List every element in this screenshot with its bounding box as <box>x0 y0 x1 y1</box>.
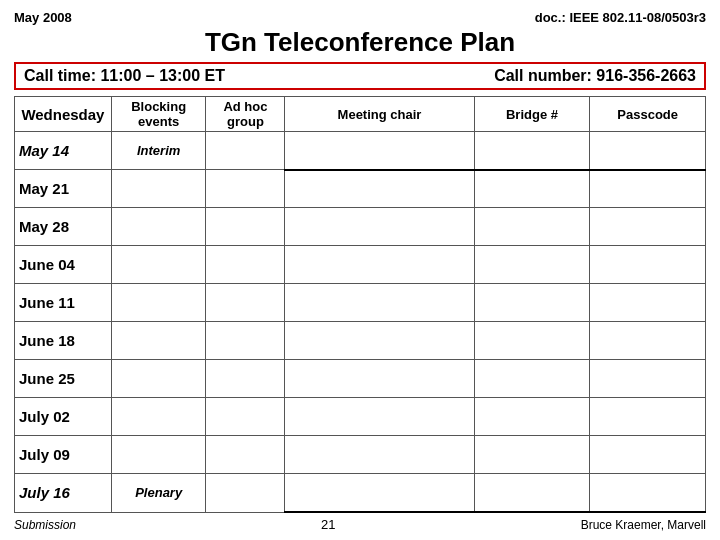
table-cell <box>474 360 590 398</box>
call-time: Call time: 11:00 – 13:00 ET <box>24 67 225 85</box>
table-cell: Plenary <box>111 474 206 512</box>
col-header-blocking: Blocking events <box>111 97 206 132</box>
table-cell <box>206 322 285 360</box>
table-cell: July 09 <box>15 436 112 474</box>
col-header-bridge: Bridge # <box>474 97 590 132</box>
table-cell <box>111 208 206 246</box>
table-cell <box>474 436 590 474</box>
table-cell <box>285 436 474 474</box>
table-cell <box>590 246 706 284</box>
table-cell: June 04 <box>15 246 112 284</box>
table-cell <box>111 170 206 208</box>
table-cell <box>590 208 706 246</box>
page: May 2008 doc.: IEEE 802.11-08/0503r3 TGn… <box>0 0 720 540</box>
col-header-passcode: Passcode <box>590 97 706 132</box>
table-cell <box>285 208 474 246</box>
table-row: June 11 <box>15 284 706 322</box>
table-cell <box>474 322 590 360</box>
col-header-chair: Meeting chair <box>285 97 474 132</box>
table-cell <box>285 360 474 398</box>
footer-submission: Submission <box>14 518 76 532</box>
table-cell: May 21 <box>15 170 112 208</box>
table-cell <box>590 322 706 360</box>
table-row: June 18 <box>15 322 706 360</box>
col-header-date: Wednesday <box>15 97 112 132</box>
table-cell <box>474 284 590 322</box>
table-cell <box>206 208 285 246</box>
call-bar: Call time: 11:00 – 13:00 ET Call number:… <box>14 62 706 90</box>
table-cell <box>285 398 474 436</box>
table-cell <box>474 208 590 246</box>
top-bar: May 2008 doc.: IEEE 802.11-08/0503r3 <box>14 10 706 25</box>
table-cell <box>206 474 285 512</box>
table-cell <box>285 246 474 284</box>
table-cell <box>285 132 474 170</box>
table-cell: May 28 <box>15 208 112 246</box>
table-cell <box>474 132 590 170</box>
table-row: July 16Plenary <box>15 474 706 512</box>
table-cell: Interim <box>111 132 206 170</box>
main-title: TGn Teleconference Plan <box>14 27 706 58</box>
table-row: July 02 <box>15 398 706 436</box>
schedule-table: Wednesday Blocking events Ad hoc group M… <box>14 96 706 513</box>
table-cell <box>111 246 206 284</box>
table-cell <box>285 474 474 512</box>
table-cell <box>111 322 206 360</box>
table-cell <box>111 360 206 398</box>
call-number: Call number: 916-356-2663 <box>494 67 696 85</box>
footer: Submission 21 Bruce Kraemer, Marvell <box>14 517 706 532</box>
table-row: June 04 <box>15 246 706 284</box>
table-cell <box>111 436 206 474</box>
table-row: July 09 <box>15 436 706 474</box>
month-label: May 2008 <box>14 10 72 25</box>
doc-ref: doc.: IEEE 802.11-08/0503r3 <box>535 10 706 25</box>
table-cell <box>206 360 285 398</box>
table-cell <box>111 284 206 322</box>
table-row: May 14Interim <box>15 132 706 170</box>
table-cell <box>206 132 285 170</box>
footer-author: Bruce Kraemer, Marvell <box>581 518 706 532</box>
table-cell: June 25 <box>15 360 112 398</box>
table-cell: May 14 <box>15 132 112 170</box>
table-cell <box>111 398 206 436</box>
table-cell <box>206 284 285 322</box>
table-cell <box>590 474 706 512</box>
table-cell <box>590 360 706 398</box>
footer-page: 21 <box>321 517 335 532</box>
table-row: May 28 <box>15 208 706 246</box>
table-cell <box>285 322 474 360</box>
table-row: May 21 <box>15 170 706 208</box>
table-cell <box>474 398 590 436</box>
table-cell: June 11 <box>15 284 112 322</box>
table-cell <box>285 284 474 322</box>
table-cell <box>206 246 285 284</box>
table-cell <box>285 170 474 208</box>
table-cell: July 16 <box>15 474 112 512</box>
table-cell <box>590 284 706 322</box>
table-cell: June 18 <box>15 322 112 360</box>
table-cell: July 02 <box>15 398 112 436</box>
table-cell <box>590 132 706 170</box>
table-cell <box>206 170 285 208</box>
table-cell <box>474 474 590 512</box>
table-cell <box>590 436 706 474</box>
table-cell <box>474 246 590 284</box>
table-cell <box>590 398 706 436</box>
table-cell <box>474 170 590 208</box>
table-cell <box>206 398 285 436</box>
table-row: June 25 <box>15 360 706 398</box>
table-cell <box>590 170 706 208</box>
col-header-adhoc: Ad hoc group <box>206 97 285 132</box>
table-cell <box>206 436 285 474</box>
